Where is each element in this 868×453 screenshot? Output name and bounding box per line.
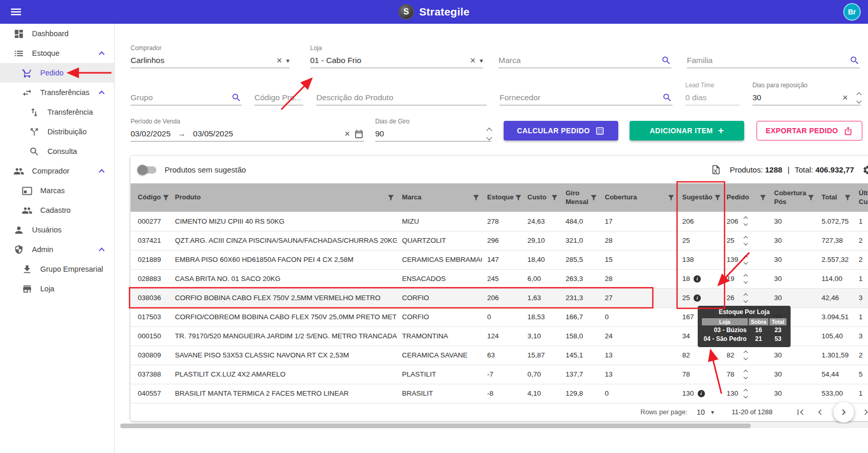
filter-icon[interactable] bbox=[844, 194, 851, 201]
rows-per-page-select[interactable]: 10 ▾ bbox=[697, 408, 714, 416]
close-icon[interactable]: × bbox=[842, 93, 848, 102]
previous-page-button[interactable] bbox=[814, 406, 826, 418]
column-header-produto[interactable]: Produto bbox=[170, 183, 397, 212]
dias-giro-field[interactable]: Dias de Giro 90 bbox=[375, 118, 491, 142]
periodo-venda-field[interactable]: Período de Venda 03/02/2025 → 03/05/2025… bbox=[131, 118, 364, 142]
filter-icon[interactable] bbox=[162, 194, 170, 201]
stepper-up-icon[interactable] bbox=[744, 293, 748, 297]
column-header-ultimo-custo[interactable]: Último Custo bbox=[854, 183, 868, 212]
sidebar-item-cadastro[interactable]: Cadastro bbox=[0, 200, 114, 220]
cell-pedido[interactable]: 82 bbox=[721, 346, 769, 365]
table-row[interactable]: 000277CIMENTO MIZU CPIII 40 RS 50KGMIZU2… bbox=[131, 212, 868, 231]
chevron-down-icon[interactable]: ▾ bbox=[286, 57, 290, 65]
excel-file-icon[interactable] bbox=[711, 164, 721, 175]
menu-icon[interactable] bbox=[9, 5, 23, 19]
stepper-down-icon[interactable] bbox=[486, 134, 492, 140]
periodo-end[interactable]: 03/05/2025 bbox=[193, 129, 342, 138]
table-row[interactable]: 021889EMBRA PISO 60X60 HD61850A FACON PE… bbox=[131, 250, 868, 269]
user-avatar[interactable]: Br bbox=[843, 3, 861, 21]
stepper-up-icon[interactable] bbox=[744, 388, 748, 393]
table-row[interactable]: 040557BRASILIT MANTA TERMICA 2 FACES MET… bbox=[131, 384, 868, 403]
filter-icon[interactable] bbox=[714, 194, 721, 201]
fornecedor-field[interactable]: Fornecedor bbox=[500, 82, 672, 105]
horizontal-scrollbar-thumb[interactable] bbox=[120, 424, 751, 428]
close-icon[interactable]: × bbox=[277, 56, 282, 65]
pedido-stepper[interactable] bbox=[744, 275, 747, 283]
grupo-field[interactable]: Grupo bbox=[131, 82, 242, 105]
stepper-up-icon[interactable] bbox=[486, 128, 492, 133]
produtos-sem-sugestao-toggle[interactable] bbox=[139, 166, 156, 174]
column-header-giro-mensal[interactable]: Giro Mensal bbox=[560, 183, 600, 212]
sidebar-item-admin[interactable]: Admin bbox=[0, 240, 114, 259]
chevron-down-icon[interactable]: ▾ bbox=[479, 57, 483, 65]
stepper-up-icon[interactable] bbox=[744, 369, 748, 373]
calendar-icon[interactable] bbox=[354, 129, 364, 139]
cell-pedido[interactable]: 19 bbox=[721, 269, 769, 288]
chevron-up-icon[interactable] bbox=[99, 90, 104, 96]
table-row[interactable]: 028883CASA BRITA NO. 01 SACO 20KGENSACAD… bbox=[131, 269, 868, 288]
pedido-value[interactable]: 130 bbox=[727, 389, 744, 397]
filter-icon[interactable] bbox=[759, 194, 767, 201]
pedido-value[interactable]: 25 bbox=[727, 237, 744, 244]
table-row[interactable]: 037421QZT.ARG. ACIII CINZA PISCINA/SAUNA… bbox=[131, 231, 868, 250]
stepper-up-icon[interactable] bbox=[857, 92, 862, 97]
cell-pedido[interactable]: 25 bbox=[721, 231, 769, 250]
descricao-produto-field[interactable]: Descrição do Produto bbox=[316, 82, 487, 105]
toggle-knob[interactable] bbox=[137, 165, 148, 175]
stepper-up-icon[interactable] bbox=[744, 255, 748, 259]
sidebar-item-transferencia[interactable]: Transferência bbox=[0, 102, 114, 122]
stepper-down-icon[interactable] bbox=[744, 355, 748, 360]
sidebar-item-comprador[interactable]: Comprador bbox=[0, 161, 114, 181]
quantity-stepper[interactable] bbox=[487, 129, 491, 139]
pedido-value[interactable]: 19 bbox=[727, 275, 744, 283]
stepper-down-icon[interactable] bbox=[744, 279, 748, 283]
pedido-stepper[interactable] bbox=[744, 370, 747, 379]
stepper-down-icon[interactable] bbox=[744, 298, 748, 302]
adicionar-item-button[interactable]: ADICIONAR ITEM + bbox=[630, 121, 744, 140]
cell-pedido[interactable]: 26 bbox=[721, 288, 769, 307]
column-header-codigo[interactable]: Código bbox=[131, 183, 170, 212]
info-icon[interactable]: i bbox=[694, 275, 701, 283]
stepper-up-icon[interactable] bbox=[744, 274, 748, 278]
pedido-stepper[interactable] bbox=[744, 389, 747, 398]
info-icon[interactable]: i bbox=[698, 390, 705, 397]
column-header-cobertura-pos[interactable]: Cobertura Pós bbox=[769, 183, 816, 212]
column-header-total[interactable]: Total bbox=[816, 183, 854, 212]
pedido-stepper[interactable] bbox=[744, 256, 747, 264]
stepper-down-icon[interactable] bbox=[744, 260, 748, 264]
sidebar-item-marcas[interactable]: Marcas bbox=[0, 181, 114, 200]
quantity-stepper[interactable] bbox=[857, 93, 861, 103]
cell-pedido[interactable]: 139 bbox=[721, 250, 769, 269]
column-header-pedido[interactable]: Pedido bbox=[721, 183, 769, 212]
pedido-value[interactable]: 26 bbox=[727, 294, 744, 302]
pedido-value[interactable]: 206 bbox=[727, 217, 744, 225]
sidebar-item-usuarios[interactable]: Usuários bbox=[0, 220, 114, 240]
gear-icon[interactable] bbox=[862, 165, 868, 175]
table-row[interactable]: 030809SAVANE PISO 53X53 CLASSIC NAVONA R… bbox=[131, 346, 868, 365]
calcular-pedido-button[interactable]: CALCULAR PEDIDO bbox=[504, 121, 618, 140]
column-header-custo[interactable]: Custo bbox=[522, 183, 560, 212]
stepper-up-icon[interactable] bbox=[744, 350, 748, 354]
search-icon[interactable] bbox=[662, 92, 672, 103]
stepper-down-icon[interactable] bbox=[744, 394, 748, 398]
filter-icon[interactable] bbox=[590, 194, 598, 201]
search-icon[interactable] bbox=[661, 55, 671, 66]
pedido-stepper[interactable] bbox=[744, 294, 747, 302]
horizontal-scrollbar[interactable] bbox=[120, 424, 868, 428]
stepper-down-icon[interactable] bbox=[744, 222, 748, 226]
sidebar-item-estoque[interactable]: Estoque bbox=[0, 43, 114, 63]
pedido-stepper[interactable] bbox=[744, 351, 747, 360]
filter-icon[interactable] bbox=[472, 194, 480, 201]
pedido-stepper[interactable] bbox=[744, 217, 747, 225]
pedido-value[interactable]: 82 bbox=[727, 351, 744, 359]
pedido-stepper[interactable] bbox=[744, 237, 747, 245]
sidebar-item-distribuicao[interactable]: Distribuição bbox=[0, 122, 114, 142]
periodo-start[interactable]: 03/02/2025 bbox=[131, 129, 171, 138]
exportar-pedido-button[interactable]: EXPORTAR PEDIDO bbox=[757, 121, 862, 140]
stepper-up-icon[interactable] bbox=[744, 236, 748, 240]
column-header-cobertura[interactable]: Cobertura bbox=[600, 183, 677, 212]
sidebar-item-dashboard[interactable]: Dashboard bbox=[0, 24, 114, 43]
chevron-up-icon[interactable] bbox=[99, 169, 104, 175]
sidebar-item-loja[interactable]: Loja bbox=[0, 279, 114, 299]
search-icon[interactable] bbox=[849, 55, 860, 66]
